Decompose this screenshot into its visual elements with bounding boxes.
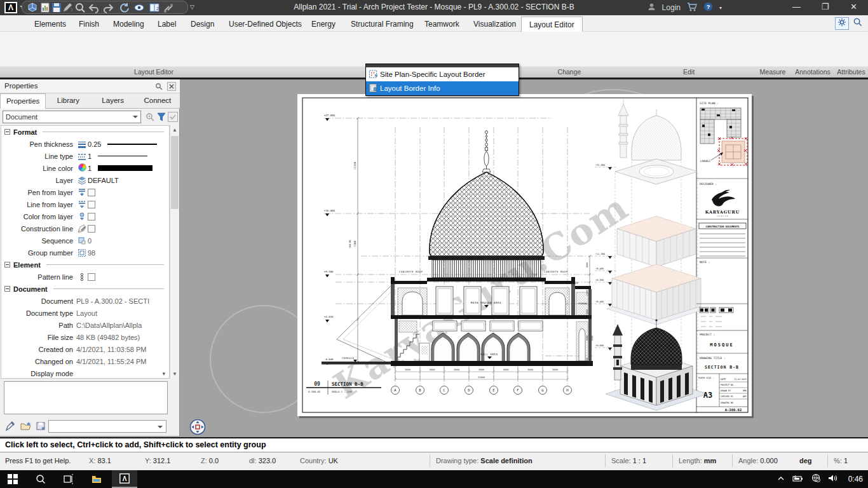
layout-border-info-menu-icon: i [366,83,380,94]
svg-text:8000: 8000 [586,262,588,268]
tab-visualization[interactable]: Visualization [466,17,524,32]
svg-text:MOSQUE: MOSQUE [710,342,733,348]
pattern-line-checkbox[interactable] [88,273,95,281]
zoom-select-icon[interactable] [145,112,155,125]
tab-teamwork[interactable]: Teamwork [417,17,467,32]
display-mode-chevron-icon[interactable]: ▾ [162,370,165,377]
save-favorite-icon[interactable] [36,421,46,434]
panel-tab-connect[interactable]: Connect [135,93,180,109]
panel-tab-layers[interactable]: Layers [91,93,135,109]
start-button[interactable] [0,470,25,488]
row-changed-on: Changed on 4/1/2021, 11:55:24 PM [1,355,169,367]
line-color-swatch[interactable] [98,165,153,171]
system-tray [777,470,837,488]
status-drawing-type[interactable]: Drawing type: Scale definition [436,457,532,464]
minimize-button[interactable]: — [782,0,811,15]
taskbar-allplan-icon[interactable]: Λ [112,470,137,488]
status-length[interactable]: Length: mm [679,457,716,464]
svg-text:H: H [566,388,568,392]
svg-text:CONCRETE ROOF: CONCRETE ROOF [399,270,423,273]
section-format[interactable]: Format [1,126,169,138]
speaker-icon[interactable] [828,473,837,485]
file-explorer-icon[interactable] [84,470,109,488]
construction-line-icon [76,224,88,233]
svg-text:Λ: Λ [123,475,127,482]
panel-close-icon[interactable] [167,82,176,91]
svg-text:3000: 3000 [405,369,410,371]
favorites-combo[interactable] [48,420,166,433]
tab-user-defined-objects[interactable]: User-Defined Objects [221,17,309,32]
status-scale[interactable]: Scale: 1 : 1 [611,457,646,464]
svg-text:3000: 3000 [527,369,533,371]
svg-text:E: E [492,388,494,392]
scroll-down-icon[interactable]: ▼ [170,369,179,379]
svg-text:?: ? [707,4,710,10]
panel-scrollbar[interactable]: ▲ ▼ [170,125,179,379]
tab-energy[interactable]: Energy [304,17,343,32]
color-from-layer-checkbox[interactable] [88,213,95,220]
ribbon-search-icon[interactable] [850,17,864,30]
scroll-up-icon[interactable]: ▲ [170,125,179,135]
scope-select-value: Document [6,113,37,121]
row-display-mode: Display mode ▾ [1,367,169,379]
tab-structural-framing[interactable]: Structural Framing [343,17,421,32]
filter-funnel-icon[interactable] [156,112,166,125]
pen-from-layer-icon [76,187,88,196]
apply-check-icon[interactable] [168,112,178,125]
taskbar-search-icon[interactable] [28,470,53,488]
status-y: Y: 312.1 [145,457,170,464]
status-x: X: 83.1 [89,457,111,464]
section-document[interactable]: Document [1,283,169,295]
network-icon[interactable] [811,473,820,485]
login-link[interactable]: Login [662,3,681,12]
tab-modeling[interactable]: Modeling [105,17,152,32]
menu-item-site-plan-border[interactable]: N Site Plan-Specific Layout Border [366,67,519,81]
taskbar-clock[interactable]: 0:46 [848,475,863,484]
row-pen-thickness: Pen thickness 0.25 [1,138,169,150]
panel-tab-properties[interactable]: Properties [0,93,46,109]
pen-sample-line [107,144,157,145]
scroll-thumb[interactable] [171,136,179,209]
pen-from-layer-checkbox[interactable] [88,189,95,196]
panel-tab-library[interactable]: Library [46,93,90,109]
panel-header[interactable]: Properties [0,79,180,93]
cart-icon[interactable] [687,3,697,13]
load-favorite-icon[interactable] [20,421,32,434]
svg-text:SKALA 1 : 125: SKALA 1 : 125 [332,390,352,393]
help-caret-icon[interactable]: ▾ [719,5,722,11]
row-color-from-layer: Color from layer [1,210,169,222]
status-angle[interactable]: Angle: 0.000 [738,457,778,464]
line-from-layer-checkbox[interactable] [88,201,95,208]
layout-sheet[interactable]: KaryaGuru.Com +27.850 +16.800 +9.400 +4.… [297,94,752,416]
pin-icon[interactable] [154,82,163,91]
svg-text:+6.400: +6.400 [595,301,604,303]
help-icon[interactable]: ? [703,2,713,13]
svg-text:11350: 11350 [353,161,356,170]
prompt-bar: Click left to select, Ctrl+click to add,… [0,437,868,452]
tab-label[interactable]: Label [150,17,184,32]
status-percent[interactable]: %: 1 [834,457,848,464]
tab-design[interactable]: Design [183,17,222,32]
svg-text:DATE: DATE [721,378,726,381]
construction-line-checkbox[interactable] [88,225,95,233]
status-help: Press F1 to get Help. [5,457,71,464]
settings-gear-icon[interactable] [835,17,849,30]
eyedropper-icon[interactable] [5,421,16,434]
battery-icon[interactable] [792,473,804,485]
tab-elements[interactable]: Elements [27,17,74,32]
tray-chevron-icon[interactable] [777,473,785,485]
scope-select[interactable]: Document [3,111,141,123]
tab-layout-editor[interactable]: Layout Editor [521,17,583,32]
svg-text:+4.010: +4.010 [324,315,334,318]
group-label-layout-editor: Layout Editor [28,68,280,76]
pan-navigator-icon[interactable] [189,418,207,436]
row-file-size: File size 48 KB (49482 bytes) [1,331,169,343]
section-element[interactable]: Element [1,259,169,271]
menu-item-layout-border-info[interactable]: i Layout Border Info [366,81,519,95]
svg-text:2800: 2800 [586,309,588,315]
close-button[interactable]: ✕ [839,0,868,15]
svg-text:MAIN PRAYER AREA: MAIN PRAYER AREA [471,301,501,304]
maximize-button[interactable]: ❐ [811,0,839,15]
tab-finish[interactable]: Finish [71,17,107,32]
task-view-icon[interactable] [56,470,81,488]
